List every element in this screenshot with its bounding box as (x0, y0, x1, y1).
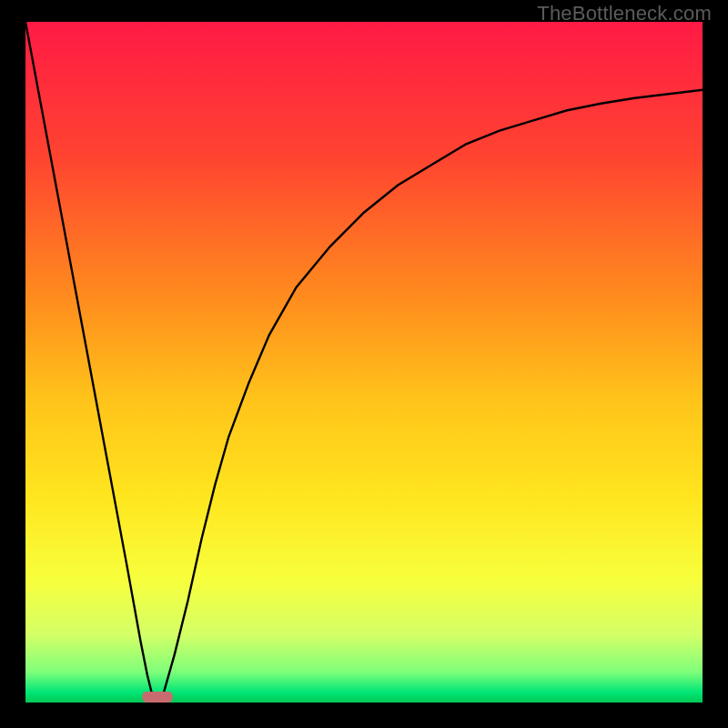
chart-svg (25, 22, 703, 703)
gradient-background (25, 22, 703, 703)
watermark-text: TheBottleneck.com (537, 2, 712, 25)
trough-marker (142, 692, 172, 703)
chart-frame (25, 22, 703, 703)
